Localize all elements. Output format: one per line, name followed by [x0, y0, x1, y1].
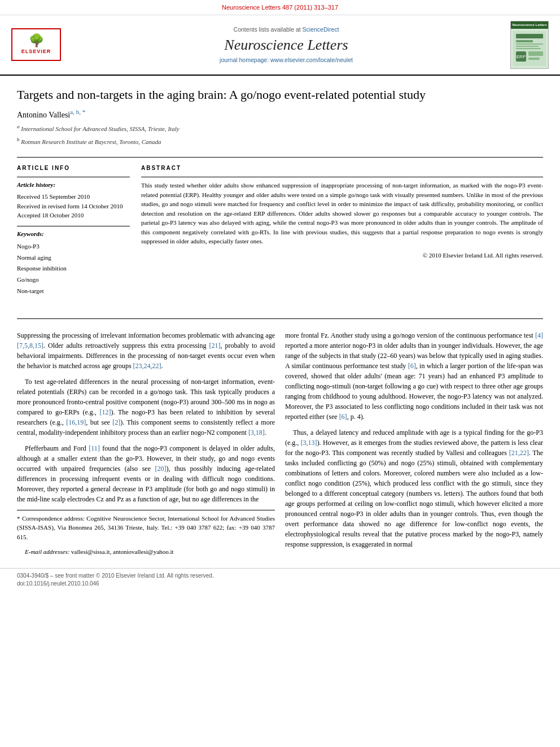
- affiliation-a: a International School for Advanced Stud…: [17, 123, 543, 134]
- body-right-para-1: more frontal Fz. Another study using a g…: [285, 330, 543, 422]
- thumbnail-body: ERP: [511, 29, 548, 68]
- abstract-content: This study tested whether older adults s…: [141, 177, 543, 260]
- article-history-label: Article history:: [17, 181, 130, 190]
- section-divider: [17, 157, 543, 158]
- authors-line: Antonino Vallesia, b, *: [17, 108, 543, 123]
- journal-homepage-url: journal homepage: www.elsevier.com/locat…: [73, 56, 499, 64]
- svg-text:ERP: ERP: [517, 54, 526, 59]
- svg-rect-8: [528, 58, 540, 60]
- body-divider: [17, 318, 543, 319]
- copyright-text: © 2010 Elsevier Ireland Ltd. All rights …: [141, 251, 543, 260]
- contents-label: Contents lists available at: [234, 26, 301, 33]
- body-columns: Suppressing the processing of irrelevant…: [17, 326, 543, 562]
- keywords-list: Nogo-P3 Normal aging Response inhibition…: [17, 241, 130, 297]
- svg-rect-7: [528, 51, 543, 56]
- journal-citation-text: Neuroscience Letters 487 (2011) 313–317: [222, 4, 338, 11]
- article-history-group: Article history: Received 15 September 2…: [17, 177, 130, 220]
- affiliations: a International School for Advanced Stud…: [17, 123, 543, 150]
- keyword-1: Nogo-P3: [17, 241, 130, 252]
- main-content: Targets and non-targets in the aging bra…: [0, 76, 560, 562]
- homepage-label: journal homepage:: [220, 56, 269, 63]
- elsevier-tree-icon: 🌳: [29, 34, 44, 47]
- keyword-3: Response inhibition: [17, 263, 130, 274]
- body-right-para-2: Thus, a delayed latency and reduced ampl…: [285, 427, 543, 549]
- sciencedirect-link[interactable]: ScienceDirect: [303, 26, 339, 33]
- author-name: Antonino Vallesi: [17, 110, 70, 119]
- keywords-group: Keywords: Nogo-P3 Normal aging Response …: [17, 226, 130, 297]
- thumbnail-header: Neuroscience Letters: [511, 21, 548, 29]
- body-left-column: Suppressing the processing of irrelevant…: [17, 330, 275, 562]
- body-para-3: Pfefferbaum and Ford [11] found that the…: [17, 443, 275, 504]
- elsevier-logo: 🌳 ELSEVIER: [11, 28, 62, 61]
- article-info-heading: ARTICLE INFO: [17, 164, 130, 173]
- abstract-panel: ABSTRACT This study tested whether older…: [141, 164, 543, 303]
- received-date: Received 15 September 2010: [17, 192, 130, 202]
- footnote-area: * Correspondence address: Cognitive Neur…: [17, 510, 275, 557]
- journal-citation-bar: Neuroscience Letters 487 (2011) 313–317: [0, 0, 560, 15]
- keywords-label: Keywords:: [17, 230, 130, 239]
- keyword-5: Non-target: [17, 286, 130, 297]
- abstract-text: This study tested whether older adults s…: [141, 181, 543, 246]
- article-info-abstract: ARTICLE INFO Article history: Received 1…: [17, 164, 543, 312]
- journal-name-title: Neuroscience Letters: [73, 36, 499, 54]
- page-footer: 0304-3940/$ – see front matter © 2010 El…: [0, 568, 560, 592]
- abstract-heading: ABSTRACT: [141, 164, 543, 173]
- body-para-1: Suppressing the processing of irrelevant…: [17, 330, 275, 371]
- elsevier-brand-text: ELSEVIER: [21, 48, 51, 55]
- revised-date: Received in revised form 14 October 2010: [17, 202, 130, 211]
- footer-issn: 0304-3940/$ – see front matter © 2010 El…: [17, 573, 214, 579]
- email-line: E-mail addresses: vallesi@sissa.it, anto…: [17, 547, 275, 557]
- footnote-text: * Correspondence address: Cognitive Neur…: [17, 514, 275, 542]
- accepted-date: Accepted 18 October 2010: [17, 211, 130, 220]
- contents-available: Contents lists available at ScienceDirec…: [73, 25, 499, 34]
- svg-rect-2: [516, 40, 533, 42]
- journal-cover-thumbnail: Neuroscience Letters ERP: [510, 21, 549, 69]
- svg-rect-3: [516, 43, 543, 45]
- journal-header: 🌳 ELSEVIER Contents lists available at S…: [0, 15, 560, 76]
- keyword-2: Normal aging: [17, 252, 130, 264]
- svg-rect-4: [516, 46, 539, 47]
- affiliation-b: b Rotman Research Institute at Baycrest,…: [17, 136, 543, 147]
- author-superscript: a, b, *: [70, 108, 85, 115]
- journal-title-area: Contents lists available at ScienceDirec…: [62, 25, 510, 65]
- body-para-2: To test age-related differences in the n…: [17, 377, 275, 438]
- body-right-column: more frontal Fz. Another study using a g…: [285, 330, 543, 562]
- article-info-panel: ARTICLE INFO Article history: Received 1…: [17, 164, 130, 303]
- footer-doi: doi:10.1016/j.neulet.2010.10.046: [17, 580, 99, 587]
- homepage-link[interactable]: www.elsevier.com/locate/neulet: [270, 56, 353, 63]
- svg-rect-1: [516, 34, 543, 38]
- keyword-4: Go/nogo: [17, 274, 130, 286]
- article-title: Targets and non-targets in the aging bra…: [17, 76, 543, 108]
- svg-rect-5: [516, 48, 541, 49]
